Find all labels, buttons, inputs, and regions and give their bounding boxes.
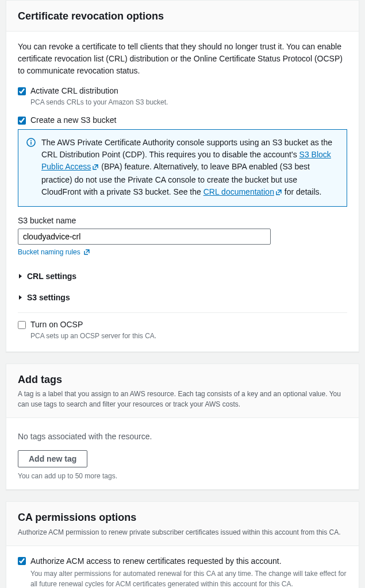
- s3-settings-toggle[interactable]: S3 settings: [18, 287, 347, 308]
- info-icon: [26, 138, 36, 199]
- activate-crl-row[interactable]: Activate CRL distribution: [18, 86, 347, 95]
- ocsp-row[interactable]: Turn on OCSP: [18, 320, 347, 329]
- crl-doc-link[interactable]: CRL documentation: [203, 187, 282, 196]
- revocation-intro: You can revoke a certificate to tell cli…: [18, 41, 347, 77]
- external-link-icon: [83, 249, 90, 257]
- authorize-acm-row[interactable]: Authorize ACM access to renew certificat…: [18, 555, 347, 588]
- revocation-header: Certificate revocation options: [6, 1, 359, 32]
- svg-rect-2: [30, 142, 32, 145]
- revocation-title: Certificate revocation options: [18, 10, 347, 23]
- create-bucket-label: Create a new S3 bucket: [30, 115, 116, 125]
- caret-right-icon: [18, 293, 24, 302]
- info-box: The AWS Private Certificate Authority co…: [18, 129, 347, 207]
- permissions-header: CA permissions options Authorize ACM per…: [6, 502, 359, 546]
- tags-header: Add tags A tag is a label that you assig…: [6, 364, 359, 418]
- caret-right-icon: [18, 272, 24, 281]
- create-bucket-checkbox[interactable]: [18, 117, 26, 125]
- bucket-name-label: S3 bucket name: [18, 216, 347, 225]
- permissions-subtitle: Authorize ACM permission to renew privat…: [18, 527, 347, 537]
- tags-title: Add tags: [18, 373, 347, 386]
- authorize-acm-checkbox[interactable]: [18, 557, 26, 565]
- authorize-acm-label: Authorize ACM access to renew certificat…: [30, 556, 282, 566]
- add-tag-button[interactable]: Add new tag: [18, 450, 87, 467]
- ocsp-label: Turn on OCSP: [30, 320, 83, 329]
- permissions-panel: CA permissions options Authorize ACM per…: [6, 501, 359, 588]
- ocsp-desc: PCA sets up an OCSP server for this CA.: [30, 331, 347, 341]
- info-text: The AWS Private Certificate Authority co…: [41, 137, 339, 199]
- tags-hint: You can add up to 50 more tags.: [18, 472, 347, 480]
- svg-point-1: [30, 140, 32, 141]
- activate-crl-checkbox[interactable]: [18, 87, 26, 95]
- revocation-panel: Certificate revocation options You can r…: [6, 0, 359, 352]
- permissions-title: CA permissions options: [18, 511, 347, 524]
- bucket-naming-rules-link[interactable]: Bucket naming rules: [18, 248, 90, 257]
- tags-panel: Add tags A tag is a label that you assig…: [6, 363, 359, 490]
- crl-settings-toggle[interactable]: CRL settings: [18, 265, 347, 287]
- s3-settings-label: S3 settings: [27, 293, 70, 302]
- crl-settings-label: CRL settings: [27, 272, 76, 281]
- authorize-acm-desc: You may alter permissions for automated …: [30, 568, 347, 588]
- ocsp-checkbox[interactable]: [18, 321, 26, 329]
- create-bucket-row[interactable]: Create a new S3 bucket: [18, 115, 347, 125]
- no-tags-text: No tags associated with the resource.: [18, 427, 347, 450]
- tags-subtitle: A tag is a label that you assign to an A…: [18, 389, 347, 409]
- bucket-name-input[interactable]: [18, 229, 271, 245]
- activate-crl-label: Activate CRL distribution: [30, 86, 118, 95]
- external-link-icon: [275, 187, 282, 199]
- activate-crl-desc: PCA sends CRLs to your Amazon S3 bucket.: [30, 98, 347, 107]
- external-link-icon: [92, 162, 99, 174]
